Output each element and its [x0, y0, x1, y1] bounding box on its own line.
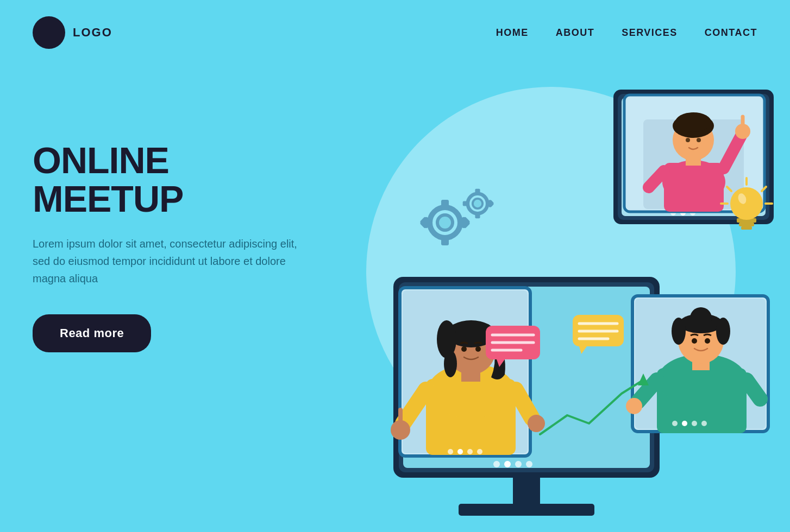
svg-point-94: [672, 421, 678, 426]
svg-rect-4: [459, 504, 594, 516]
svg-point-40: [473, 199, 482, 208]
svg-point-30: [437, 215, 453, 230]
svg-point-7: [515, 461, 522, 467]
svg-point-96: [692, 421, 697, 426]
svg-point-91: [716, 318, 730, 345]
svg-point-8: [526, 461, 532, 467]
svg-point-52: [730, 187, 763, 220]
logo-text: LOGO: [73, 26, 112, 40]
svg-point-97: [701, 421, 707, 426]
svg-rect-31: [441, 200, 449, 210]
svg-point-76: [457, 449, 463, 454]
svg-point-27: [686, 138, 690, 142]
nav-home[interactable]: HOME: [496, 27, 529, 39]
svg-point-92: [692, 338, 697, 344]
svg-point-89: [690, 307, 712, 329]
svg-point-22: [675, 112, 711, 132]
logo-icon: [33, 16, 65, 49]
svg-point-28: [697, 138, 701, 142]
svg-point-73: [461, 346, 467, 352]
svg-rect-41: [475, 189, 480, 195]
hero-illustration: [312, 43, 790, 521]
nav-about[interactable]: ABOUT: [556, 27, 595, 39]
svg-point-90: [672, 318, 686, 345]
svg-point-5: [493, 461, 500, 467]
svg-rect-42: [475, 212, 480, 219]
svg-rect-18: [664, 163, 724, 212]
svg-point-64: [391, 420, 410, 440]
nav-services[interactable]: SERVICES: [622, 27, 678, 39]
svg-point-72: [444, 350, 457, 377]
svg-rect-48: [739, 223, 754, 226]
svg-rect-32: [441, 236, 449, 245]
svg-point-75: [448, 449, 453, 454]
page-title: ONLINE MEETUP: [33, 141, 304, 219]
svg-point-67: [528, 415, 545, 432]
svg-point-74: [475, 346, 481, 352]
read-more-button[interactable]: Read more: [33, 314, 151, 352]
logo-area: LOGO: [33, 16, 112, 49]
svg-point-93: [705, 338, 710, 344]
nav-contact[interactable]: CONTACT: [705, 27, 757, 39]
svg-point-95: [682, 421, 687, 426]
hero-content: ONLINE MEETUP Lorem ipsum dolor sit amet…: [33, 141, 304, 352]
svg-rect-49: [741, 226, 752, 230]
svg-point-78: [477, 449, 482, 454]
hero-description: Lorem ipsum dolor sit amet, consectetur …: [33, 235, 304, 287]
svg-point-84: [626, 398, 642, 414]
svg-point-6: [504, 461, 511, 467]
illustration-svg: [312, 43, 790, 521]
nav-links: HOME ABOUT SERVICES CONTACT: [496, 27, 757, 39]
svg-rect-44: [463, 201, 469, 206]
svg-point-77: [467, 449, 473, 454]
svg-rect-3: [513, 478, 540, 505]
